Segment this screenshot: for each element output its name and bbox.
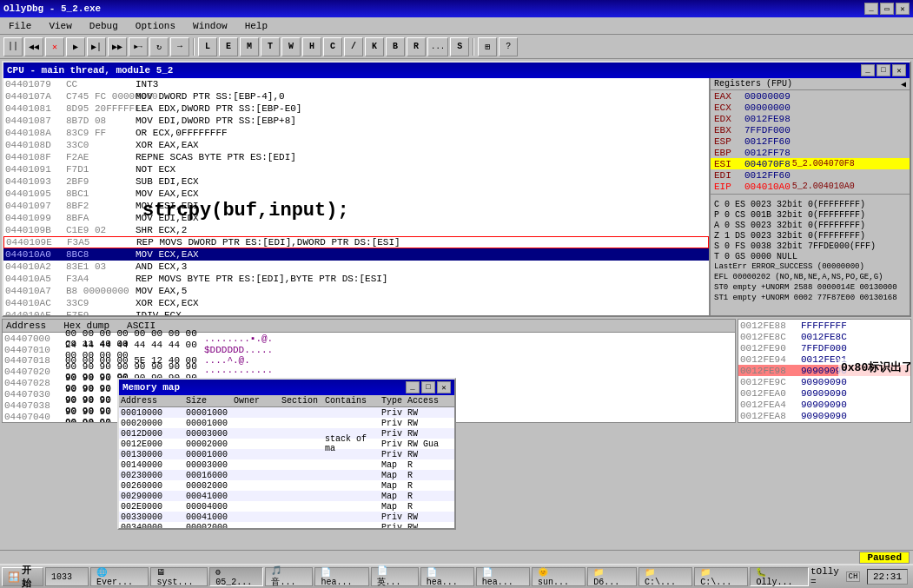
memory-map-window[interactable]: Memory map _ □ ✕ Address Size Owner Sect… bbox=[117, 378, 456, 530]
disasm-row[interactable]: 044010A2 83E1 03 AND ECX,3 bbox=[3, 261, 709, 273]
disasm-row[interactable]: 04401081 8D95 20FFFFFF LEA EDX,DWORD PTR… bbox=[3, 102, 709, 115]
taskbar-item-eng[interactable]: 📄 英... bbox=[371, 567, 419, 586]
memmap-row[interactable]: 0012E00000002000stack of maPrivRW Gua bbox=[119, 439, 454, 449]
toolbar-play[interactable]: ▶ bbox=[66, 37, 85, 56]
toolbar-question[interactable]: ? bbox=[499, 37, 518, 56]
cpu-minimize[interactable]: _ bbox=[861, 64, 875, 76]
hex-row: 0440701024 44 44 44 44 44 44 00 00 00 00… bbox=[3, 344, 735, 355]
toolbar-stop[interactable]: ✕ bbox=[45, 37, 64, 56]
title-bar: OllyDbg - 5_2.exe _ ▭ ✕ bbox=[0, 0, 913, 17]
taskbar-item-hea2[interactable]: 📄 hea... bbox=[420, 567, 474, 586]
taskbar-item-music[interactable]: 🎵 音... bbox=[265, 567, 313, 586]
taskbar-item-1033[interactable]: 1033 bbox=[45, 567, 89, 586]
taskbar-item-ever[interactable]: 🌐 Ever... bbox=[90, 567, 149, 586]
toolbar-dots[interactable]: ... bbox=[427, 37, 448, 56]
memmap-minimize[interactable]: _ bbox=[406, 381, 420, 393]
toolbar-rewind[interactable]: ◀◀ bbox=[24, 37, 43, 56]
disasm-panel[interactable]: 04401079 CC INT3 0440107A C745 FC 000000… bbox=[3, 78, 710, 315]
memmap-row[interactable]: 0002000000001000PrivRW bbox=[119, 418, 454, 428]
memmap-row[interactable]: 0029000000041000MapR bbox=[119, 491, 454, 501]
menu-file[interactable]: File bbox=[3, 19, 36, 33]
reg-edx: EDX 0012FE98 bbox=[711, 113, 910, 124]
taskbar-item-hea1[interactable]: 📄 hea... bbox=[314, 567, 368, 586]
toolbar-l[interactable]: L bbox=[198, 37, 217, 56]
toolbar-grid[interactable]: ⊞ bbox=[478, 37, 497, 56]
disasm-row[interactable]: 0440109B C1E9 02 SHR ECX,2 bbox=[3, 224, 709, 236]
disasm-row[interactable]: 0440108A 83C9 FF OR ECX,0FFFFFFFF bbox=[3, 127, 709, 139]
toolbar-restart[interactable]: ↻ bbox=[149, 37, 169, 56]
toolbar-s[interactable]: S bbox=[450, 37, 469, 56]
toolbar-slash[interactable]: / bbox=[344, 37, 363, 56]
toolbar-m[interactable]: M bbox=[240, 37, 259, 56]
menu-help[interactable]: Help bbox=[240, 19, 273, 33]
cpu-maximize[interactable]: □ bbox=[877, 64, 890, 76]
memmap-row[interactable]: 002E000000004000MapR bbox=[119, 501, 454, 512]
disasm-row[interactable]: 04401091 F7D1 NOT ECX bbox=[3, 163, 709, 175]
memmap-row[interactable]: 0013000000001000PrivRW bbox=[119, 449, 454, 459]
taskbar-item-hea3[interactable]: 📄 hea... bbox=[476, 567, 530, 586]
toolbar-goto[interactable]: → bbox=[170, 37, 189, 56]
menu-window[interactable]: Window bbox=[188, 19, 233, 33]
reg-eax: EAX 00000009 bbox=[711, 90, 910, 102]
registers-collapse[interactable]: ◀ bbox=[901, 79, 906, 89]
taskbar-item-olly[interactable]: 🐛 Olly... bbox=[750, 567, 809, 586]
disasm-row[interactable]: 04401095 8BC1 MOV EAX,ECX bbox=[3, 188, 709, 200]
disasm-row[interactable]: 044010AE F7F9 IDIV ECX bbox=[3, 309, 709, 315]
menu-view[interactable]: View bbox=[43, 19, 76, 33]
disasm-row[interactable]: 044010AC 33C9 XOR ECX,ECX bbox=[3, 297, 709, 309]
taskbar-item-52[interactable]: ⚙ 05_2... bbox=[209, 567, 263, 586]
disasm-row-highlighted[interactable]: 0440109E F3A5 REP MOVS DWORD PTR ES:[EDI… bbox=[3, 236, 709, 248]
toolbar-h[interactable]: H bbox=[302, 37, 321, 56]
memmap-row[interactable]: 0034000000002000PrivRW bbox=[119, 522, 454, 528]
toolbar-k[interactable]: K bbox=[365, 37, 384, 56]
minimize-button[interactable]: _ bbox=[864, 3, 878, 15]
memmap-row[interactable]: 0001000000001000PrivRW bbox=[119, 407, 454, 418]
disasm-row[interactable]: 0440108D 33C0 XOR EAX,EAX bbox=[3, 139, 709, 151]
taskbar-item-sun[interactable]: 🌞 sun... bbox=[532, 567, 586, 586]
disasm-row[interactable]: 04401099 8BFA MOV EDI,EDX bbox=[3, 212, 709, 224]
toolbar-b[interactable]: B bbox=[386, 37, 405, 56]
disasm-row-selected[interactable]: 044010A0 8BC8 MOV ECX,EAX bbox=[3, 248, 709, 261]
start-button[interactable]: 🪟 开始 bbox=[2, 567, 43, 586]
toolbar-animate[interactable]: ▶→ bbox=[129, 37, 148, 56]
cpu-close[interactable]: ✕ bbox=[892, 64, 906, 76]
reg-ebp: EBP 0012FF78 bbox=[711, 147, 910, 158]
toolbar-c[interactable]: C bbox=[323, 37, 342, 56]
toolbar-w[interactable]: W bbox=[281, 37, 301, 56]
disasm-row[interactable]: 0440107A C745 FC 00000000 MOV DWORD PTR … bbox=[3, 90, 709, 102]
memmap-row[interactable]: 0033000000041000PrivRW bbox=[119, 512, 454, 522]
start-label: 开始 bbox=[22, 564, 37, 588]
memmap-close[interactable]: ✕ bbox=[437, 381, 451, 393]
stack-panel[interactable]: 0012FE88FFFFFFFF 0012FE8C0012FE8C 0012FE… bbox=[738, 319, 911, 423]
toolbar-stepover[interactable]: ▶▶ bbox=[108, 37, 127, 56]
taskbar-item-c1[interactable]: 📁 C:\... bbox=[638, 567, 692, 586]
toolbar-step[interactable]: ▶| bbox=[87, 37, 106, 56]
disasm-row[interactable]: 04401079 CC INT3 bbox=[3, 78, 709, 90]
toolbar-t[interactable]: T bbox=[261, 37, 280, 56]
memmap-maximize[interactable]: □ bbox=[421, 381, 435, 393]
restore-button[interactable]: ▭ bbox=[880, 3, 894, 15]
memmap-row[interactable]: 0026000000002000MapR bbox=[119, 480, 454, 491]
flag-z: Z 1 DS 0023 32bit 0(FFFFFFFF) bbox=[711, 230, 910, 241]
menu-debug[interactable]: Debug bbox=[84, 19, 123, 33]
toolbar-pause[interactable]: || bbox=[3, 37, 23, 56]
disasm-row[interactable]: 04401093 2BF9 SUB EDI,ECX bbox=[3, 175, 709, 188]
toolbar-r[interactable]: R bbox=[407, 37, 426, 56]
taskbar-item-syst[interactable]: 🖥 syst... bbox=[150, 567, 208, 586]
memmap-content[interactable]: Address Size Owner Section Contains Type… bbox=[119, 395, 454, 528]
disasm-row[interactable]: 04401087 8B7D 08 MOV EDI,DWORD PTR SS:[E… bbox=[3, 115, 709, 127]
disasm-row[interactable]: 04401097 8BF2 MOV ESI,EDI bbox=[3, 200, 709, 212]
disasm-row[interactable]: 044010A5 F3A4 REP MOVS BYTE PTR ES:[EDI]… bbox=[3, 273, 709, 285]
disasm-row[interactable]: 044010A7 B8 00000000 MOV EAX,5 bbox=[3, 285, 709, 297]
memmap-row[interactable]: 0023000000016000MapR bbox=[119, 470, 454, 480]
tray-icon1[interactable]: CH bbox=[846, 571, 860, 582]
disasm-row[interactable]: 0440108F F2AE REPNE SCAS BYTE PTR ES:[ED… bbox=[3, 151, 709, 163]
menu-options[interactable]: Options bbox=[130, 19, 181, 33]
toolbar-e[interactable]: E bbox=[219, 37, 238, 56]
close-button[interactable]: ✕ bbox=[896, 3, 910, 15]
memmap-row[interactable]: 0014000000003000MapR bbox=[119, 459, 454, 470]
memmap-row[interactable]: 0012D00000003000PrivRW bbox=[119, 428, 454, 439]
taskbar-item-d6[interactable]: 📁 D6... bbox=[587, 567, 637, 586]
taskbar-item-c2[interactable]: 📁 C:\... bbox=[694, 567, 748, 586]
registers-panel: Registers (FPU) ◀ EAX 00000009 ECX 00000… bbox=[710, 78, 910, 315]
